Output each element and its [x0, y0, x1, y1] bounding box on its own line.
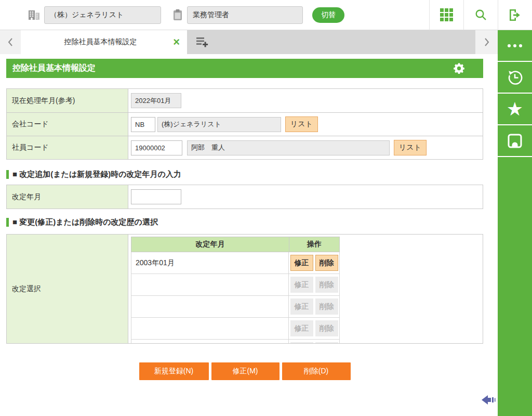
tab-close-icon[interactable]: × — [173, 36, 180, 48]
logout-icon — [508, 9, 522, 21]
col-header-action: 操作 — [289, 237, 340, 252]
revision-month-cell — [131, 296, 289, 318]
revision-table-rows: 2003年01月修正削除修正削除修正削除修正削除修正削除 — [131, 252, 340, 343]
section-accent-bar — [6, 170, 9, 179]
section-add-title: ■ 改定追加(または新規登録)時の改定年月の入力 — [12, 170, 181, 179]
sidebar-favorites-button[interactable]: ★ — [498, 94, 532, 125]
revision-actions-cell: 修正削除 — [289, 296, 340, 318]
employee-code-input[interactable] — [131, 140, 182, 155]
row-edit-button: 修正 — [290, 320, 313, 336]
tab-bar: 控除社員基本情報設定 × — [0, 30, 498, 54]
current-month-row: 現在処理年月(参考) — [7, 89, 483, 112]
company-code-row: 会社コード リスト — [7, 112, 483, 136]
tab-scroll-left-button[interactable] — [0, 30, 21, 54]
row-delete-button: 削除 — [315, 342, 338, 343]
company-code-label: 会社コード — [7, 113, 128, 136]
main-content: 控除社員基本情報設定 現在処理年月(参考) 会社コード リスト — [0, 54, 498, 416]
revision-actions-cell: 修正削除 — [289, 274, 340, 296]
add-tab-icon — [196, 37, 210, 47]
search-button[interactable] — [463, 0, 498, 30]
revision-select-row: 改定選択 改定年月 操作 2003年01月修正削除修正削除修正削除修正削除修正削… — [6, 234, 483, 344]
sidebar-more-button[interactable] — [498, 30, 532, 62]
revision-actions-cell: 修正削除 — [289, 252, 340, 274]
current-month-label: 現在処理年月(参考) — [7, 89, 128, 112]
footer-buttons: 新規登録(N) 修正(M) 削除(D) — [6, 362, 483, 380]
delete-button[interactable]: 削除(D) — [282, 362, 351, 380]
page-title-bar: 控除社員基本情報設定 — [6, 59, 483, 78]
row-edit-button: 修正 — [290, 277, 313, 293]
company-building-icon — [28, 10, 40, 20]
section-add-header: ■ 改定追加(または新規登録)時の改定年月の入力 — [6, 167, 181, 181]
employee-code-row: 社員コード リスト — [7, 136, 483, 159]
revision-row: 修正削除 — [131, 318, 340, 340]
app-menu-button[interactable] — [429, 0, 463, 30]
app-window: 切替 控除社員基本情報設定 × — [0, 0, 532, 416]
revision-month-label: 改定年月 — [7, 185, 128, 209]
revision-actions-cell: 修正削除 — [289, 340, 340, 343]
revision-actions-cell: 修正削除 — [289, 318, 340, 340]
revision-table: 改定年月 操作 2003年01月修正削除修正削除修正削除修正削除修正削除 — [131, 237, 340, 343]
top-bar: 切替 — [0, 0, 532, 30]
revision-row: 修正削除 — [131, 274, 340, 296]
right-sidebar: ★ — [498, 30, 532, 416]
basic-info-form: 現在処理年月(参考) 会社コード リスト 社員コード リスト — [6, 88, 483, 160]
col-header-month: 改定年月 — [131, 237, 289, 252]
revision-select-label: 改定選択 — [7, 235, 128, 343]
tab-scroll-right-button[interactable] — [475, 30, 498, 54]
employee-name-field — [187, 140, 390, 155]
revision-month-cell — [131, 318, 289, 340]
chevron-left-icon — [8, 37, 14, 47]
revision-month-cell — [131, 274, 289, 296]
row-edit-button: 修正 — [290, 342, 313, 343]
history-icon — [507, 69, 523, 86]
revision-table-wrap: 改定年月 操作 2003年01月修正削除修正削除修正削除修正削除修正削除 — [128, 235, 483, 343]
revision-table-header: 改定年月 操作 — [131, 237, 340, 252]
star-icon: ★ — [507, 100, 523, 119]
company-list-button[interactable]: リスト — [285, 116, 318, 132]
modify-button[interactable]: 修正(M) — [211, 362, 280, 380]
ellipsis-icon — [508, 44, 522, 47]
company-code-input[interactable] — [131, 117, 155, 132]
row-delete-button: 削除 — [315, 277, 338, 293]
employee-code-label: 社員コード — [7, 136, 128, 159]
gear-icon — [453, 62, 465, 74]
revision-month-cell — [131, 340, 289, 343]
add-tab-button[interactable] — [196, 37, 210, 49]
settings-button[interactable] — [453, 62, 465, 74]
page-title: 控除社員基本情報設定 — [12, 63, 453, 74]
row-delete-button: 削除 — [315, 298, 338, 315]
revision-month-form: 改定年月 — [6, 185, 483, 209]
current-month-field — [131, 93, 181, 108]
section-select-header: ■ 変更(修正)または削除時の改定歴の選択 — [6, 215, 158, 229]
chevron-right-icon — [484, 37, 489, 47]
role-clipboard-icon — [172, 9, 183, 21]
switch-button[interactable]: 切替 — [312, 7, 344, 23]
collapse-arrow-icon — [481, 394, 497, 406]
section-accent-bar — [6, 218, 9, 227]
employee-list-button[interactable]: リスト — [394, 140, 427, 155]
revision-row: 2003年01月修正削除 — [131, 252, 340, 274]
row-delete-button: 削除 — [315, 320, 338, 336]
row-edit-button: 修正 — [290, 298, 313, 315]
collapse-panel-button[interactable] — [481, 394, 497, 406]
grid-icon — [440, 8, 453, 21]
logout-button[interactable] — [498, 0, 532, 30]
new-register-button[interactable]: 新規登録(N) — [139, 362, 209, 380]
revision-month-cell: 2003年01月 — [131, 252, 289, 274]
row-edit-button[interactable]: 修正 — [290, 255, 313, 271]
revision-row: 修正削除 — [131, 340, 340, 343]
search-icon — [474, 8, 487, 21]
sidebar-manual-button[interactable] — [498, 125, 532, 157]
company-name-field — [157, 117, 281, 132]
revision-month-row: 改定年月 — [7, 185, 483, 209]
row-delete-button[interactable]: 削除 — [315, 255, 338, 271]
tab-active[interactable]: 控除社員基本情報設定 × — [21, 30, 187, 54]
section-select-title: ■ 変更(修正)または削除時の改定歴の選択 — [12, 217, 158, 227]
role-input[interactable] — [187, 6, 303, 24]
memo-icon — [507, 133, 523, 149]
company-input[interactable] — [44, 6, 161, 24]
revision-row: 修正削除 — [131, 296, 340, 318]
tab-title: 控除社員基本情報設定 — [28, 37, 173, 47]
revision-month-input[interactable] — [131, 189, 181, 204]
sidebar-history-button[interactable] — [498, 62, 532, 94]
